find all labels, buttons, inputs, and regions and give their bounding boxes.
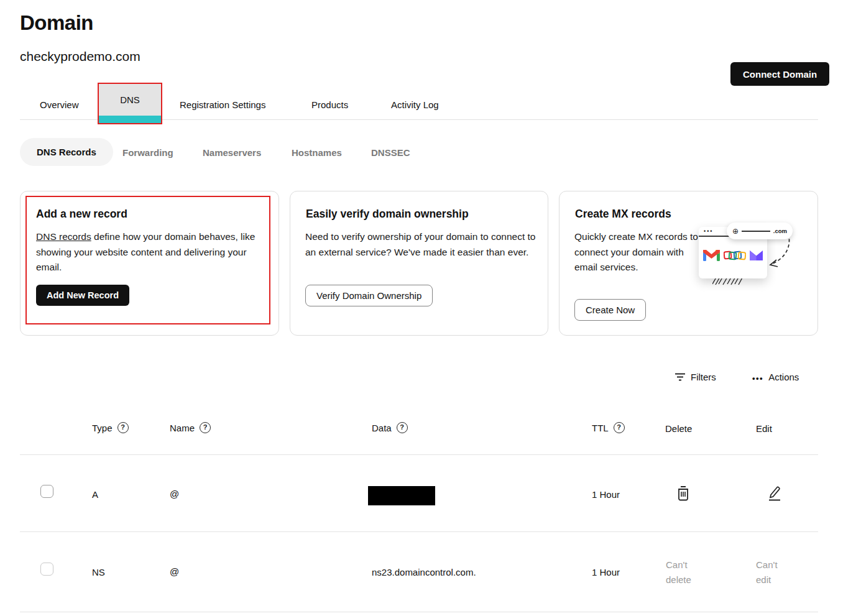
column-header-ttl: TTL ? bbox=[592, 422, 625, 433]
column-header-delete-label: Delete bbox=[665, 423, 692, 434]
edit-record-button[interactable] bbox=[767, 485, 783, 504]
gmail-logo-icon bbox=[703, 249, 720, 262]
delete-record-button[interactable] bbox=[676, 485, 690, 504]
record-data: ns23.domaincontrol.com. bbox=[372, 567, 476, 577]
filters-label: Filters bbox=[691, 372, 716, 382]
record-type: NS bbox=[92, 567, 105, 577]
column-header-edit-label: Edit bbox=[756, 423, 772, 434]
verify-domain-ownership-button[interactable]: Verify Domain Ownership bbox=[305, 285, 433, 306]
tab-dns[interactable]: DNS bbox=[99, 84, 161, 123]
card-add-record: Add a new record DNS records define how … bbox=[20, 191, 279, 336]
subnav-nameservers[interactable]: Nameservers bbox=[203, 147, 261, 158]
pencil-icon bbox=[767, 485, 783, 502]
row-checkbox[interactable] bbox=[40, 485, 53, 498]
globe-icon: ⊕ bbox=[732, 228, 739, 235]
tab-activity-log[interactable]: Activity Log bbox=[391, 99, 439, 110]
domain-name: checkyprodemo.com bbox=[20, 49, 140, 64]
card-mx-title: Create MX records bbox=[575, 208, 671, 221]
connect-domain-button[interactable]: Connect Domain bbox=[730, 62, 829, 86]
subnav-hostnames[interactable]: Hostnames bbox=[292, 147, 342, 158]
card-add-record-body: DNS records define how your domain behav… bbox=[36, 229, 261, 275]
page-title: Domain bbox=[20, 11, 93, 35]
help-icon[interactable]: ? bbox=[117, 422, 129, 433]
table-divider bbox=[20, 454, 818, 455]
tab-products[interactable]: Products bbox=[311, 99, 348, 110]
record-name: @ bbox=[170, 566, 179, 577]
actions-button[interactable]: ••• Actions bbox=[752, 372, 799, 382]
tab-overview[interactable]: Overview bbox=[40, 99, 79, 110]
card-verify-body: Need to verify ownership of your domain … bbox=[305, 229, 538, 260]
table-divider bbox=[20, 531, 818, 532]
row-checkbox[interactable] bbox=[40, 563, 53, 576]
zoho-logo-icon bbox=[724, 251, 746, 261]
redacted-record-data bbox=[368, 486, 435, 505]
card-add-record-title: Add a new record bbox=[36, 208, 127, 221]
card-verify-title: Easily verify domain ownership bbox=[306, 208, 469, 221]
filter-icon bbox=[675, 372, 686, 382]
ellipsis-icon: ••• bbox=[752, 372, 763, 382]
record-ttl: 1 Hour bbox=[592, 567, 620, 577]
card-create-mx: Create MX records Quickly create MX reco… bbox=[559, 191, 818, 336]
column-header-delete: Delete bbox=[665, 423, 692, 434]
cant-edit-label: Can't edit bbox=[756, 558, 787, 587]
dotcom-label: .com bbox=[773, 228, 787, 234]
record-name: @ bbox=[170, 489, 179, 499]
subnav-forwarding[interactable]: Forwarding bbox=[122, 147, 173, 158]
domain-url-pill: ⊕ .com bbox=[727, 223, 793, 239]
column-header-data-label: Data bbox=[372, 423, 392, 433]
trash-icon bbox=[676, 485, 690, 502]
record-ttl: 1 Hour bbox=[592, 489, 620, 500]
card-mx-body: Quickly create MX records to connect you… bbox=[574, 229, 699, 275]
column-header-type-label: Type bbox=[92, 423, 113, 433]
column-header-ttl-label: TTL bbox=[592, 423, 609, 433]
active-tab-indicator bbox=[99, 116, 161, 123]
dns-records-link[interactable]: DNS records bbox=[36, 231, 91, 242]
column-header-type: Type ? bbox=[92, 422, 129, 433]
help-icon[interactable]: ? bbox=[397, 422, 408, 433]
record-type: A bbox=[92, 489, 98, 500]
table-divider bbox=[20, 612, 818, 612]
column-header-data: Data ? bbox=[372, 422, 408, 433]
help-icon[interactable]: ? bbox=[614, 422, 625, 433]
subnav-dnssec[interactable]: DNSSEC bbox=[371, 147, 410, 158]
filters-button[interactable]: Filters bbox=[675, 372, 716, 382]
subnav-dns-records[interactable]: DNS Records bbox=[20, 138, 113, 166]
add-new-record-button[interactable]: Add New Record bbox=[36, 285, 129, 306]
card-verify-ownership: Easily verify domain ownership Need to v… bbox=[290, 191, 548, 336]
tab-registration-settings[interactable]: Registration Settings bbox=[180, 99, 265, 110]
create-now-button[interactable]: Create Now bbox=[574, 299, 646, 321]
column-header-edit: Edit bbox=[756, 423, 772, 434]
cant-delete-label: Can't delete bbox=[666, 558, 704, 587]
url-placeholder-line bbox=[742, 231, 770, 232]
column-header-name-label: Name bbox=[170, 423, 195, 433]
tab-dns-label: DNS bbox=[99, 84, 161, 116]
annotation-box-dns-tab: DNS bbox=[98, 83, 162, 124]
column-header-name: Name ? bbox=[170, 422, 211, 433]
actions-label: Actions bbox=[768, 372, 799, 382]
proton-mail-logo-icon bbox=[750, 251, 763, 260]
help-icon[interactable]: ? bbox=[200, 422, 211, 433]
